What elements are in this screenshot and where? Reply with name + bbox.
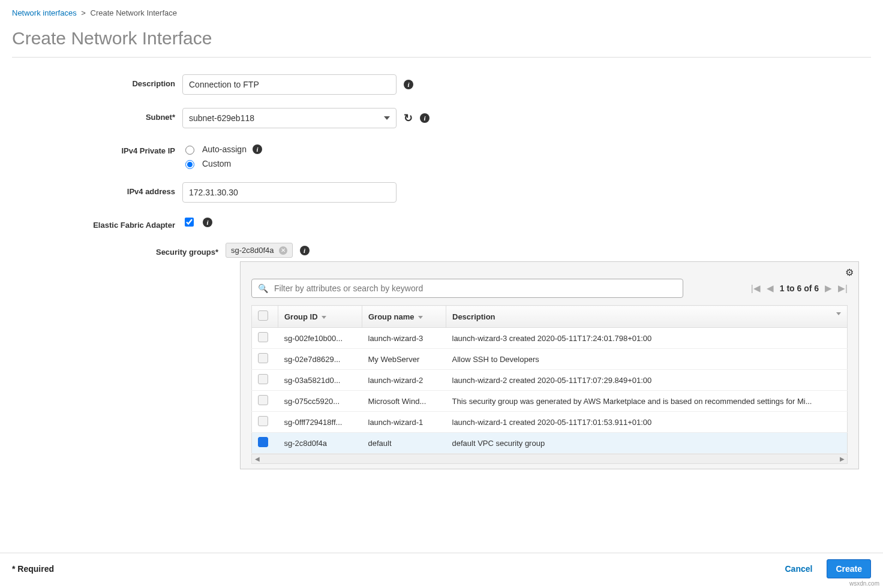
cell-group-name: launch-wizard-2 [362,370,446,391]
pager-next-icon[interactable]: ▶ [825,283,832,294]
gear-icon[interactable]: ⚙ [845,267,854,278]
efa-checkbox[interactable] [185,218,194,227]
info-icon[interactable]: i [253,144,262,154]
sg-header-group-id[interactable]: Group ID [278,306,362,328]
security-group-chip[interactable]: sg-2c8d0f4a ✕ [226,243,293,258]
info-icon[interactable]: i [404,80,413,89]
ipv4-auto-radio[interactable] [185,146,194,155]
breadcrumb-current: Create Network Interface [91,8,178,17]
sg-pager: |◀ ◀ 1 to 6 of 6 ▶ ▶| [751,283,848,294]
security-groups-panel: ⚙ 🔍 |◀ ◀ 1 to 6 of 6 ▶ ▶| Group ID [240,261,859,469]
sort-icon [836,312,841,315]
search-icon: 🔍 [258,284,268,293]
row-checkbox[interactable] [258,416,268,426]
sg-search-input[interactable] [273,283,677,294]
ipv4-address-input[interactable] [182,182,397,203]
table-row[interactable]: sg-2c8d0f4adefaultdefault VPC security g… [252,433,848,454]
cell-group-name: default [362,433,446,454]
refresh-icon[interactable]: ↻ [404,111,413,125]
cell-description: default VPC security group [446,433,848,454]
cell-group-id: sg-075cc5920... [278,391,362,412]
security-groups-label: Security groups* [12,243,226,257]
row-checkbox[interactable] [258,332,268,342]
cell-group-name: launch-wizard-3 [362,328,446,349]
cell-description: This security group was generated by AWS… [446,391,848,412]
sg-search-box[interactable]: 🔍 [251,279,683,298]
row-checkbox[interactable] [258,395,268,405]
scroll-left-icon[interactable]: ◀ [252,454,262,463]
cell-group-name: My WebServer [362,349,446,370]
security-groups-table: Group ID Group name Description sg-002fe… [251,305,848,454]
cell-group-id: sg-0fff729418ff... [278,412,362,433]
info-icon[interactable]: i [203,218,212,227]
cell-group-name: Microsoft Wind... [362,391,446,412]
sg-header-check[interactable] [252,306,278,328]
cell-group-name: launch-wizard-1 [362,412,446,433]
ipv4-custom-label: Custom [202,159,231,168]
info-icon[interactable]: i [420,113,430,123]
ipv4-custom-radio[interactable] [185,160,194,169]
sort-icon [418,316,423,319]
cell-description: Allow SSH to Developers [446,349,848,370]
pager-range: 1 to 6 of 6 [780,284,819,293]
breadcrumb-root-link[interactable]: Network interfaces [12,8,77,17]
security-group-chip-text: sg-2c8d0f4a [231,246,274,255]
table-row[interactable]: sg-02e7d8629...My WebServerAllow SSH to … [252,349,848,370]
horizontal-scrollbar[interactable]: ◀ ▶ [251,454,848,464]
cell-group-id: sg-002fe10b00... [278,328,362,349]
cell-group-id: sg-03a5821d0... [278,370,362,391]
breadcrumb-separator: > [81,8,86,17]
pager-prev-icon[interactable]: ◀ [767,283,774,294]
table-row[interactable]: sg-075cc5920...Microsoft Wind...This sec… [252,391,848,412]
row-checkbox[interactable] [258,353,268,363]
page-title: Create Network Interface [12,28,871,49]
table-row[interactable]: sg-03a5821d0...launch-wizard-2launch-wiz… [252,370,848,391]
title-divider [12,57,871,58]
description-label: Description [12,74,182,88]
subnet-label: Subnet* [12,108,182,122]
description-input[interactable] [182,74,397,95]
info-icon[interactable]: i [300,246,310,255]
ipv4-address-label: IPv4 address [12,182,182,196]
pager-first-icon[interactable]: |◀ [751,283,761,294]
sg-header-group-name[interactable]: Group name [362,306,446,328]
table-row[interactable]: sg-002fe10b00...launch-wizard-3launch-wi… [252,328,848,349]
sort-icon [322,316,326,319]
subnet-value: subnet-629eb118 [189,113,254,123]
scroll-right-icon[interactable]: ▶ [837,454,847,463]
checkbox-icon[interactable] [258,310,268,321]
row-checkbox[interactable] [258,374,268,384]
efa-label: Elastic Fabric Adapter [12,216,182,230]
ipv4-private-label: IPv4 Private IP [12,141,182,155]
cell-group-id: sg-2c8d0f4a [278,433,362,454]
cell-description: launch-wizard-2 created 2020-05-11T17:07… [446,370,848,391]
row-checkbox[interactable] [258,437,268,447]
cell-group-id: sg-02e7d8629... [278,349,362,370]
cell-description: launch-wizard-3 created 2020-05-11T17:24… [446,328,848,349]
subnet-select[interactable]: subnet-629eb118 [182,108,397,128]
pager-last-icon[interactable]: ▶| [838,283,848,294]
breadcrumb: Network interfaces > Create Network Inte… [12,8,871,17]
chip-remove-icon[interactable]: ✕ [279,246,287,255]
chevron-down-icon [384,116,390,120]
ipv4-auto-label: Auto-assign [202,144,247,154]
sg-header-description[interactable]: Description [446,306,848,328]
table-row[interactable]: sg-0fff729418ff...launch-wizard-1launch-… [252,412,848,433]
cell-description: launch-wizard-1 created 2020-05-11T17:01… [446,412,848,433]
